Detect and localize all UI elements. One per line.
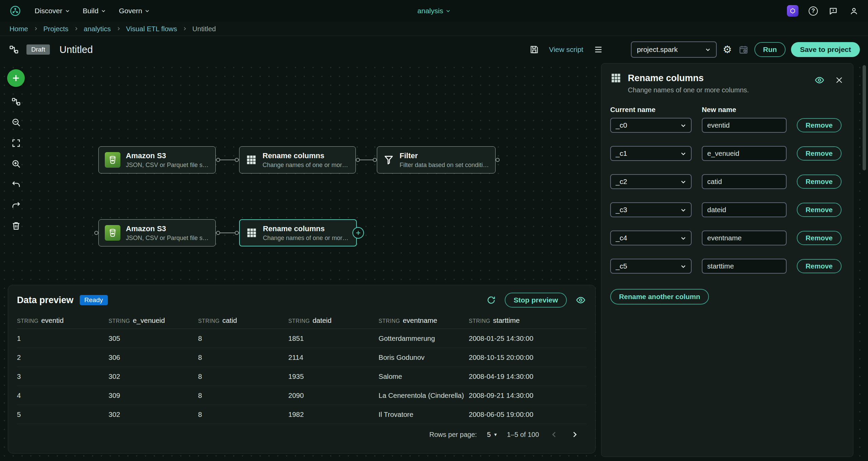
current-name-select[interactable]: _c1 xyxy=(610,146,692,161)
flow-node-amazon-s3-1[interactable]: Amazon S3 JSON, CSV or Parquet file stor… xyxy=(98,146,216,173)
schedule-icon[interactable] xyxy=(738,44,749,55)
flow-node-rename-columns-2-selected[interactable]: Rename columns Change names of one or mo… xyxy=(239,219,357,246)
new-name-input[interactable] xyxy=(702,174,787,189)
rows-per-page-select[interactable]: 5 ▾ xyxy=(487,431,497,439)
cell: La Cenerentola (Cinderella) xyxy=(379,386,469,405)
rename-another-column-button[interactable]: Rename another column xyxy=(610,289,709,305)
undo-icon[interactable] xyxy=(10,179,22,190)
column-header-starttime: STRINGstarttime xyxy=(469,312,586,329)
new-name-input[interactable] xyxy=(702,230,787,245)
fit-view-icon[interactable] xyxy=(10,137,22,149)
cell: 2008-10-15 20:00:00 xyxy=(469,348,586,367)
breadcrumb-home[interactable]: Home xyxy=(9,25,28,33)
cell: Boris Godunov xyxy=(379,348,469,367)
refresh-icon[interactable] xyxy=(486,295,497,306)
cell: 8 xyxy=(198,348,288,367)
current-name-value: _c5 xyxy=(616,262,627,270)
visibility-eye-icon[interactable] xyxy=(575,294,586,306)
breadcrumb-projects[interactable]: Projects xyxy=(43,25,69,33)
new-name-input[interactable] xyxy=(702,202,787,217)
save-to-project-button[interactable]: Save to project xyxy=(791,42,860,57)
add-next-node-button[interactable] xyxy=(352,227,364,239)
cell: 302 xyxy=(109,405,198,424)
visibility-eye-icon[interactable] xyxy=(814,74,825,86)
stop-preview-button[interactable]: Stop preview xyxy=(505,293,567,308)
remove-button[interactable]: Remove xyxy=(797,174,842,189)
current-name-select[interactable]: _c4 xyxy=(610,230,692,245)
breadcrumb: Home Projects analytics Visual ETL flows… xyxy=(0,22,868,36)
breadcrumb-analytics[interactable]: analytics xyxy=(84,25,111,33)
column-header-eventname: STRINGeventname xyxy=(379,312,469,329)
project-selector-value: analysis xyxy=(418,7,443,15)
settings-gear-icon[interactable]: ⚙ xyxy=(722,44,733,55)
close-icon[interactable] xyxy=(834,75,844,85)
current-name-select[interactable]: _c5 xyxy=(610,259,692,274)
flow-toolbar: Draft Untitled View script project.spark… xyxy=(0,36,868,63)
delete-icon[interactable] xyxy=(10,220,22,232)
next-page-button[interactable] xyxy=(570,429,580,440)
new-name-input[interactable] xyxy=(702,146,787,161)
stop-preview-label: Stop preview xyxy=(514,296,558,304)
chevron-down-icon xyxy=(680,123,686,128)
chevron-down-icon xyxy=(145,8,150,13)
breadcrumb-current: Untitled xyxy=(192,25,216,33)
panel-subtitle: Change names of one or more columns. xyxy=(628,86,749,94)
run-button[interactable]: Run xyxy=(754,42,786,57)
redo-icon[interactable] xyxy=(10,199,22,211)
cell: 2008-01-25 14:30:00 xyxy=(469,329,586,348)
breadcrumb-visual-etl-flows[interactable]: Visual ETL flows xyxy=(126,25,177,33)
chevron-down-icon: ▾ xyxy=(494,431,497,438)
list-view-icon[interactable] xyxy=(593,44,604,55)
pagination-range: 1–5 of 100 xyxy=(507,431,539,439)
remove-button[interactable]: Remove xyxy=(797,146,842,161)
add-node-button[interactable] xyxy=(7,69,25,87)
current-name-value: _c0 xyxy=(616,121,627,129)
current-name-select[interactable]: _c2 xyxy=(610,174,692,189)
table-row: 530281982Il Trovatore2008-06-05 19:00:00 xyxy=(17,405,586,424)
chevron-down-icon xyxy=(680,235,686,241)
scrollbar-thumb[interactable] xyxy=(863,65,866,170)
rename-row-5: _c4 Remove xyxy=(610,230,844,245)
nav-menu-discover[interactable]: Discover xyxy=(35,7,70,15)
engine-selector-value: project.spark xyxy=(637,45,678,54)
s3-icon xyxy=(105,225,120,241)
current-name-select[interactable]: _c3 xyxy=(610,202,692,217)
app-logo-icon[interactable] xyxy=(9,4,22,17)
previous-page-button[interactable] xyxy=(549,429,559,440)
new-name-input[interactable] xyxy=(702,118,787,133)
assistant-app-icon[interactable] xyxy=(787,5,798,17)
view-script-link[interactable]: View script xyxy=(549,45,583,54)
project-selector[interactable]: analysis xyxy=(418,7,451,15)
zoom-in-icon[interactable] xyxy=(10,158,22,170)
zoom-out-icon[interactable] xyxy=(10,116,22,128)
new-name-label: New name xyxy=(702,106,787,114)
chevron-down-icon xyxy=(705,47,711,52)
feedback-icon[interactable] xyxy=(828,6,838,16)
help-icon[interactable]: ? xyxy=(809,6,818,16)
flow-node-rename-columns-1[interactable]: Rename columns Change names of one or mo… xyxy=(239,146,356,173)
breadcrumb-separator-icon xyxy=(74,26,78,31)
auto-layout-icon[interactable] xyxy=(10,96,22,108)
ready-status-badge: Ready xyxy=(80,295,108,305)
nav-menu-build[interactable]: Build xyxy=(83,7,106,15)
remove-button[interactable]: Remove xyxy=(797,203,842,217)
data-preview-title: Data preview xyxy=(17,295,74,306)
node-title: Rename columns xyxy=(263,151,349,160)
node-subtitle: Change names of one or more ... xyxy=(263,162,349,169)
new-name-input[interactable] xyxy=(702,259,787,274)
current-name-select[interactable]: _c0 xyxy=(610,118,692,133)
flow-node-amazon-s3-2[interactable]: Amazon S3 JSON, CSV or Parquet file stor… xyxy=(98,219,216,246)
plus-icon xyxy=(12,74,20,82)
remove-button[interactable]: Remove xyxy=(797,118,842,132)
nav-menu-govern[interactable]: Govern xyxy=(119,7,150,15)
rename-row-1: _c0 Remove xyxy=(610,118,844,133)
flow-node-filter[interactable]: Filter Filter data based on set conditi … xyxy=(377,146,496,173)
user-profile-icon[interactable] xyxy=(849,6,859,16)
rename-columns-icon xyxy=(246,227,257,239)
table-row: 130581851Gotterdammerung2008-01-25 14:30… xyxy=(17,329,586,348)
engine-selector[interactable]: project.spark xyxy=(631,41,717,58)
chevron-down-icon xyxy=(101,8,106,13)
save-icon[interactable] xyxy=(529,44,540,55)
remove-button[interactable]: Remove xyxy=(797,231,842,245)
remove-button[interactable]: Remove xyxy=(797,259,842,273)
